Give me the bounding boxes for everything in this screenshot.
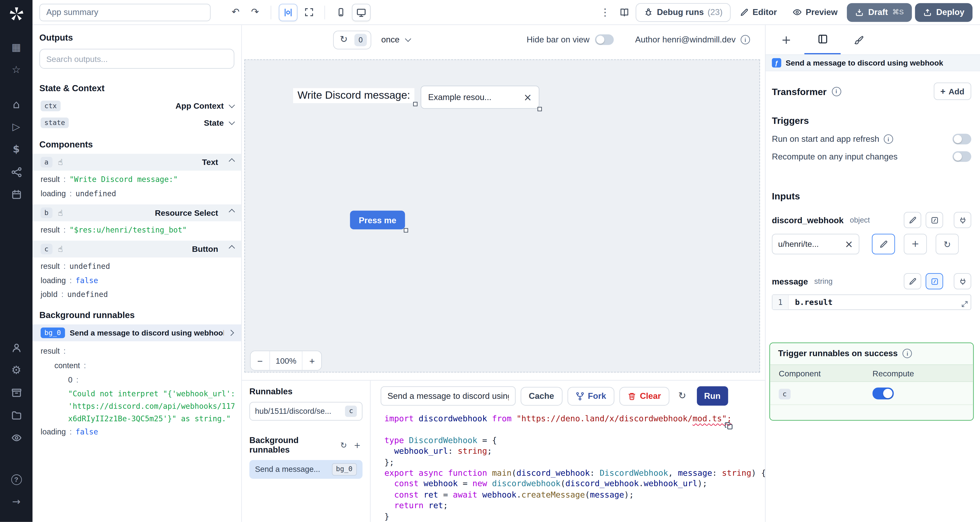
clear-selection-icon[interactable] <box>523 92 532 102</box>
recompute-on-input-toggle[interactable] <box>953 151 971 162</box>
refresh-runnables-icon[interactable] <box>338 439 349 451</box>
resize-handle[interactable] <box>413 102 418 106</box>
run-on-start-toggle[interactable] <box>953 134 971 145</box>
code-line[interactable]: return ret; <box>384 500 765 511</box>
code-line[interactable]: const webhook = new discordwebhook(disco… <box>384 479 765 489</box>
deploy-button[interactable]: Deploy <box>915 3 972 22</box>
schedules-icon[interactable] <box>9 188 23 201</box>
eval-mode-button[interactable] <box>926 273 943 290</box>
chevron-up-icon[interactable] <box>229 245 235 251</box>
component-b-header[interactable]: b Resource Select <box>32 204 241 221</box>
chevron-right-icon[interactable] <box>228 330 234 336</box>
static-mode-button[interactable] <box>904 212 921 228</box>
flows-icon[interactable] <box>9 165 23 179</box>
docs-button[interactable] <box>616 4 633 21</box>
draft-button[interactable]: Draft ⌘S <box>847 3 912 22</box>
state-row[interactable]: state State <box>40 115 235 131</box>
styling-tab[interactable] <box>841 25 877 54</box>
cost-icon[interactable] <box>9 142 23 156</box>
runs-icon[interactable] <box>9 120 23 134</box>
info-icon[interactable] <box>741 35 750 44</box>
info-icon[interactable] <box>884 134 893 143</box>
eval-mode-button[interactable] <box>926 212 943 228</box>
chevron-up-icon[interactable] <box>229 158 235 164</box>
chevron-down-icon[interactable] <box>229 102 235 108</box>
app-canvas[interactable]: Write Discord message: Example resou... … <box>244 59 760 372</box>
expression-editor[interactable]: 1 b.result <box>772 294 971 310</box>
windmill-logo[interactable] <box>8 6 24 22</box>
background-runnable-header[interactable]: bg_0 Send a message to discord using web… <box>32 325 241 342</box>
workers-icon[interactable] <box>9 386 23 399</box>
code-lines[interactable]: import discordwebhook from "https://deno… <box>384 413 765 522</box>
redo-button[interactable] <box>247 4 263 21</box>
script-title-input[interactable] <box>381 386 515 406</box>
refresh-app-button[interactable] <box>337 33 350 46</box>
expand-editor-icon[interactable] <box>961 301 968 307</box>
code-line[interactable]: }; <box>384 457 765 468</box>
chevron-up-icon[interactable] <box>229 209 235 215</box>
static-mode-button[interactable] <box>904 273 921 290</box>
folders-icon[interactable] <box>9 408 23 422</box>
help-icon[interactable] <box>9 473 23 486</box>
clear-button[interactable]: Clear <box>619 387 669 406</box>
refresh-resource-button[interactable] <box>935 234 959 254</box>
component-outline-button[interactable] <box>279 3 298 21</box>
background-runnable-item[interactable]: Send a message... bg_0 <box>249 460 363 479</box>
resource-select-component[interactable]: Example resou... <box>421 86 539 109</box>
pointer-icon[interactable] <box>58 245 63 253</box>
debug-runs-button[interactable]: Debug runs (23) <box>636 3 731 22</box>
cache-button[interactable]: Cache <box>520 387 562 406</box>
code-line[interactable] <box>384 424 765 435</box>
connect-input-button[interactable] <box>954 212 971 228</box>
expand-sidebar-icon[interactable] <box>9 495 23 509</box>
chevron-down-icon[interactable] <box>229 119 235 125</box>
info-icon[interactable] <box>832 87 841 96</box>
code-editor[interactable]: import discordwebhook from "https://deno… <box>371 409 765 522</box>
clear-resource-icon[interactable] <box>845 239 853 249</box>
pointer-icon[interactable] <box>58 209 63 217</box>
search-outputs-input[interactable] <box>40 49 235 69</box>
add-background-runnable-button[interactable] <box>352 439 363 451</box>
settings-icon[interactable] <box>9 363 23 377</box>
resource-input[interactable]: u/henri/te... <box>772 234 859 254</box>
component-a-header[interactable]: a Text <box>32 154 241 170</box>
insert-component-tab[interactable] <box>768 25 804 54</box>
ctx-row[interactable]: ctx App Context <box>40 97 235 115</box>
add-resource-button[interactable] <box>904 234 927 254</box>
reload-script-button[interactable] <box>674 388 690 404</box>
run-button[interactable]: Run <box>697 386 728 406</box>
text-component[interactable]: Write Discord message: <box>293 88 414 103</box>
runnable-item[interactable]: hub/1511/discord/se... c <box>249 402 363 421</box>
copy-code-icon[interactable] <box>724 421 733 431</box>
zoom-out-button[interactable]: − <box>251 351 269 371</box>
code-line[interactable]: export async function main(discord_webho… <box>384 468 765 479</box>
connect-input-button[interactable] <box>954 273 971 290</box>
favorites-icon[interactable] <box>9 63 23 77</box>
resize-handle[interactable] <box>538 107 542 111</box>
recompute-toggle[interactable] <box>872 387 894 399</box>
button-component[interactable]: Press me <box>350 210 405 229</box>
pointer-icon[interactable] <box>58 158 63 166</box>
code-line[interactable]: type DiscordWebhook = { <box>384 435 765 446</box>
editor-tab-button[interactable]: Editor <box>734 3 783 22</box>
fork-button[interactable]: Fork <box>567 387 614 406</box>
app-summary-input[interactable] <box>40 3 211 21</box>
zoom-in-button[interactable]: + <box>302 351 321 371</box>
code-line[interactable]: webhook_url: string; <box>384 446 765 457</box>
resize-handle[interactable] <box>404 228 408 232</box>
audit-logs-icon[interactable] <box>9 431 23 444</box>
more-menu-button[interactable] <box>597 4 613 21</box>
undo-button[interactable] <box>228 4 244 21</box>
info-icon[interactable] <box>903 349 912 358</box>
component-settings-tab[interactable] <box>804 25 841 54</box>
code-line[interactable]: } <box>384 511 765 522</box>
code-line[interactable]: const ret = await webhook.createMessage(… <box>384 489 765 500</box>
home-icon[interactable] <box>9 97 23 111</box>
edit-resource-button[interactable] <box>872 234 895 254</box>
code-line[interactable]: import discordwebhook from "https://deno… <box>384 413 765 424</box>
fullscreen-button[interactable] <box>301 4 317 21</box>
component-c-header[interactable]: c Button <box>32 240 241 257</box>
apps-icon[interactable] <box>9 41 23 54</box>
hide-bar-toggle[interactable] <box>595 35 614 45</box>
user-icon[interactable] <box>9 341 23 355</box>
